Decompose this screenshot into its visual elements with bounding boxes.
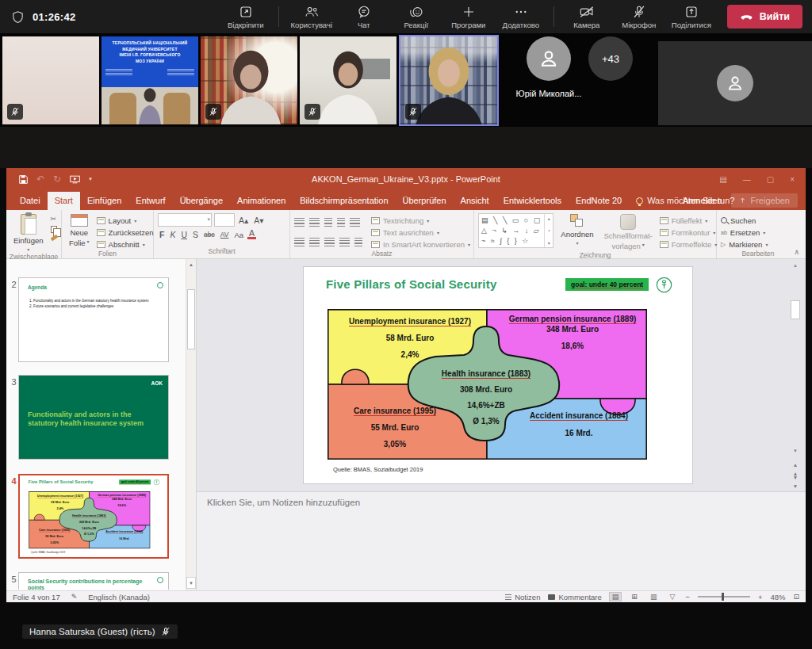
- slide-thumbnail-4-current[interactable]: Five Pillars of Social Security goal: un…: [18, 474, 169, 559]
- comments-toggle[interactable]: Kommentare: [548, 593, 601, 601]
- slide-canvas[interactable]: Five Pillars of Social Security goal: un…: [304, 267, 692, 483]
- notes-pane[interactable]: Klicken Sie, um Notizen hinzuzufügen: [197, 491, 806, 590]
- video-tile-3[interactable]: [201, 36, 297, 124]
- undo-icon[interactable]: ↶: [36, 174, 44, 185]
- panel-scrollbar[interactable]: ▲ ▼: [186, 259, 196, 590]
- tab-ueberpruefen[interactable]: Überprüfen: [396, 192, 454, 210]
- share-button[interactable]: Поділитися: [667, 1, 716, 32]
- align-text-button[interactable]: Text ausrichten▾: [371, 227, 470, 238]
- shrink-font-button[interactable]: A▾: [252, 216, 265, 225]
- scroll-up-arrow[interactable]: ▲: [790, 261, 801, 271]
- spellcheck-icon[interactable]: ✎: [71, 593, 78, 601]
- maximize-button[interactable]: ▢: [767, 175, 774, 184]
- justify-icon[interactable]: [339, 238, 350, 246]
- text-direction-button[interactable]: Textrichtung▾: [371, 215, 470, 226]
- zoom-out-button[interactable]: −: [685, 593, 690, 601]
- new-slide-button[interactable]: Neue Folie▾: [66, 213, 93, 248]
- participants-button[interactable]: Користувачі: [287, 1, 336, 32]
- zoom-level[interactable]: 48%: [770, 593, 785, 601]
- chat-button[interactable]: Чат: [339, 1, 389, 32]
- tab-datei[interactable]: Datei: [13, 192, 48, 210]
- scroll-down-arrow[interactable]: ▼: [790, 446, 801, 456]
- more-button[interactable]: Додатково: [496, 1, 546, 32]
- start-slideshow-icon[interactable]: [70, 175, 80, 184]
- increase-indent-icon[interactable]: [337, 218, 345, 227]
- video-tile-4[interactable]: [300, 36, 396, 124]
- normal-view-button[interactable]: ▤: [610, 593, 622, 601]
- slide-thumbnail-3[interactable]: AOK Functionality and actors in the stat…: [18, 375, 169, 460]
- previous-slide-button[interactable]: ▲▲: [790, 460, 801, 471]
- edit-area-scrollbar[interactable]: ▲ ▼ ▲▲ ▼▼: [790, 261, 801, 489]
- tab-animationen[interactable]: Animationen: [230, 192, 293, 210]
- tab-ansicht[interactable]: Ansicht: [454, 192, 496, 210]
- change-case-button[interactable]: Aa: [232, 231, 245, 239]
- reset-button[interactable]: Zurücksetzen: [97, 227, 154, 238]
- zoom-slider[interactable]: [698, 596, 750, 597]
- arrange-button[interactable]: Anordnen▾: [557, 213, 596, 246]
- slide-canvas[interactable]: Five Pillars of Social Security goal: un…: [20, 475, 167, 557]
- shape-fill-button[interactable]: Fülleffekt▾: [660, 215, 718, 226]
- columns-icon[interactable]: [354, 238, 362, 246]
- replace-button[interactable]: abErsetzen▾: [721, 227, 768, 238]
- qat-customize-caret[interactable]: ▾: [89, 176, 92, 182]
- sign-in-link[interactable]: Anmelden: [683, 196, 722, 205]
- shape-outline-button[interactable]: Formkontur▾: [660, 227, 718, 238]
- collapse-ribbon-button[interactable]: ∧: [794, 248, 799, 256]
- font-color-button[interactable]: A: [247, 230, 256, 239]
- slideshow-view-button[interactable]: ▽: [667, 593, 677, 601]
- font-name-combobox[interactable]: [158, 213, 212, 227]
- italic-button[interactable]: K: [168, 230, 177, 239]
- minimize-button[interactable]: —: [743, 175, 751, 184]
- shapes-gallery[interactable]: ▤ ╲ ╲ ▭ ○ ▢ △ ¬ ↳ → ↓ ▱ ~ ≈ ∫ { } ☆ ▴▪▾: [478, 213, 553, 248]
- scroll-down-arrow[interactable]: ▼: [186, 577, 196, 589]
- convert-smartart-button[interactable]: In SmartArt konvertieren▾: [371, 239, 470, 250]
- language-status[interactable]: Englisch (Kanada): [88, 593, 150, 601]
- reactions-button[interactable]: Реакції: [392, 1, 441, 32]
- leave-button[interactable]: Вийти: [727, 5, 802, 29]
- scrollbar-thumb[interactable]: [791, 300, 800, 319]
- video-tile-active-speaker[interactable]: [400, 36, 497, 124]
- decrease-indent-icon[interactable]: [324, 218, 332, 227]
- text-shadow-button[interactable]: S: [191, 230, 200, 239]
- character-spacing-button[interactable]: AV: [219, 231, 231, 239]
- font-size-combobox[interactable]: [214, 213, 235, 227]
- tab-start[interactable]: Start: [48, 192, 80, 210]
- slide-thumbnail-5[interactable]: Social Security contributions in percent…: [18, 572, 169, 590]
- tab-bildschirmpraesentation[interactable]: Bildschirmpräsentation: [293, 192, 395, 210]
- tab-entwicklertools[interactable]: Entwicklertools: [496, 192, 569, 210]
- zoom-slider-thumb[interactable]: [722, 593, 724, 601]
- notes-toggle[interactable]: Notizen: [505, 593, 540, 601]
- quick-styles-button[interactable]: Schnellformat- vorlagen▾: [601, 213, 656, 251]
- video-tile-1[interactable]: [2, 36, 99, 124]
- ribbon-display-options-button[interactable]: ▤: [719, 175, 726, 184]
- tab-entwurf[interactable]: Entwurf: [128, 192, 172, 210]
- tab-uebergaenge[interactable]: Übergänge: [173, 192, 230, 210]
- share-file-button[interactable]: Freigeben: [731, 193, 798, 208]
- select-button[interactable]: ▷Markieren▾: [721, 239, 768, 250]
- save-icon[interactable]: [19, 175, 28, 184]
- tab-endnote[interactable]: EndNote 20: [569, 192, 629, 210]
- align-left-icon[interactable]: [294, 238, 304, 246]
- video-tile-muted[interactable]: [658, 41, 812, 125]
- video-tile-2[interactable]: ТЕРНОПІЛЬСЬКИЙ НАЦІОНАЛЬНИЙ МЕДИЧНИЙ УНІ…: [102, 36, 198, 124]
- paste-button[interactable]: Einfügen▾: [10, 213, 47, 253]
- line-spacing-icon[interactable]: [350, 218, 360, 227]
- redo-icon[interactable]: ↻: [53, 174, 61, 185]
- mic-button[interactable]: Мікрофон: [615, 1, 664, 32]
- participant-avatar-block[interactable]: Юрій Миколай...: [514, 36, 584, 98]
- close-button[interactable]: ×: [790, 175, 795, 184]
- unpin-button[interactable]: Відкріпити: [221, 1, 270, 32]
- reading-view-button[interactable]: ▥: [648, 593, 660, 601]
- bullets-icon[interactable]: [294, 218, 304, 227]
- grow-font-button[interactable]: A▴: [237, 216, 250, 225]
- next-slide-button[interactable]: ▼▼: [790, 473, 801, 483]
- scrollbar-thumb[interactable]: [187, 289, 195, 349]
- align-center-icon[interactable]: [309, 238, 320, 246]
- fit-to-window-button[interactable]: ⊡: [793, 593, 799, 601]
- zoom-in-button[interactable]: +: [758, 593, 763, 601]
- tab-einfuegen[interactable]: Einfügen: [80, 192, 128, 210]
- format-painter-icon[interactable]: [50, 235, 58, 241]
- shape-effects-button[interactable]: Formeffekte▾: [660, 239, 718, 250]
- slide-sorter-view-button[interactable]: ⊞: [629, 593, 640, 601]
- align-right-icon[interactable]: [324, 238, 335, 246]
